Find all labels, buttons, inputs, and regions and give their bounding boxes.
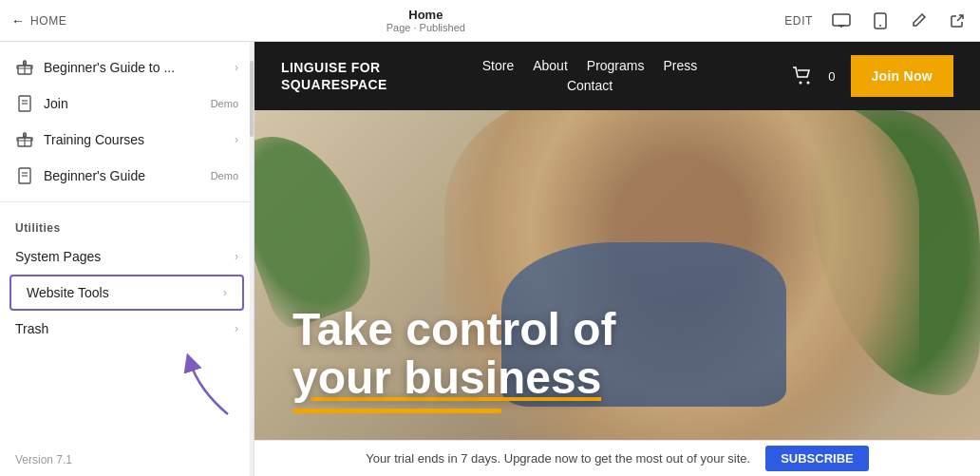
gift-icon-1 xyxy=(15,58,34,77)
sidebar-item-system-pages-label: System Pages xyxy=(15,249,235,264)
site-nav-links: Store About Programs Press Contact xyxy=(482,58,698,94)
page-status: Page · Published xyxy=(386,22,465,33)
page-icon-join xyxy=(15,94,34,113)
sidebar-item-join-badge: Demo xyxy=(211,98,238,109)
top-bar: ← HOME Home Page · Published EDIT xyxy=(0,0,980,42)
sidebar-inner: Beginner's Guide to ... › Join Demo Trai… xyxy=(0,42,254,444)
hero-text: Take control of your business xyxy=(292,306,615,402)
mobile-view-button[interactable] xyxy=(870,9,891,33)
scrollbar-track xyxy=(250,42,254,476)
svg-rect-0 xyxy=(833,14,850,26)
chevron-right-icon-5: › xyxy=(235,322,238,335)
site-nav-links-row-2: Contact xyxy=(567,77,612,94)
version-label: Version 7.1 xyxy=(15,453,72,466)
sidebar-item-trash-label: Trash xyxy=(15,321,235,336)
top-bar-center: Home Page · Published xyxy=(386,8,465,33)
sidebar-divider-1 xyxy=(0,201,254,202)
sidebar-item-trash[interactable]: Trash › xyxy=(0,313,254,345)
subscribe-button[interactable]: SUBSCRIBE xyxy=(765,446,869,471)
utilities-label: Utilities xyxy=(15,221,238,235)
site-nav-right: 0 Join Now xyxy=(792,55,953,97)
back-arrow-icon[interactable]: ← xyxy=(11,13,25,29)
cart-count: 0 xyxy=(828,69,835,84)
sidebar: Beginner's Guide to ... › Join Demo Trai… xyxy=(0,42,254,476)
chevron-right-icon-3: › xyxy=(235,250,238,263)
chevron-right-icon: › xyxy=(235,61,238,74)
sidebar-item-label: Beginner's Guide to ... xyxy=(44,60,235,75)
nav-link-programs[interactable]: Programs xyxy=(587,58,645,73)
sidebar-item-website-tools-label: Website Tools xyxy=(27,285,223,300)
top-bar-left: ← HOME xyxy=(11,13,66,29)
nav-link-store[interactable]: Store xyxy=(482,58,514,73)
svg-point-4 xyxy=(879,25,881,27)
cart-icon[interactable] xyxy=(792,67,813,86)
main-layout: Beginner's Guide to ... › Join Demo Trai… xyxy=(0,42,980,476)
desktop-view-button[interactable] xyxy=(828,10,855,32)
svg-point-14 xyxy=(807,82,810,85)
gift-icon-2 xyxy=(15,130,34,149)
edit-label[interactable]: EDIT xyxy=(784,14,813,28)
trial-text: Your trial ends in 7 days. Upgrade now t… xyxy=(366,451,750,466)
external-link-button[interactable] xyxy=(946,10,969,32)
utilities-section: Utilities xyxy=(0,210,254,240)
home-label[interactable]: HOME xyxy=(30,14,66,28)
sidebar-item-bg2-label: Beginner's Guide xyxy=(44,168,205,183)
join-now-button[interactable]: Join Now xyxy=(851,55,953,97)
hero-text-line2: your business xyxy=(292,354,615,402)
preview-pane: LINGUISE FOR SQUARESPACE Store About Pro… xyxy=(254,42,980,476)
chevron-right-icon-2: › xyxy=(235,133,238,146)
nav-link-press[interactable]: Press xyxy=(663,58,697,73)
site-nav: LINGUISE FOR SQUARESPACE Store About Pro… xyxy=(254,42,980,110)
sidebar-item-training-label: Training Courses xyxy=(44,132,235,147)
website-preview: LINGUISE FOR SQUARESPACE Store About Pro… xyxy=(254,42,980,476)
sidebar-item-training-courses[interactable]: Training Courses › xyxy=(0,122,254,158)
trial-bar: Your trial ends in 7 days. Upgrade now t… xyxy=(254,440,980,476)
sidebar-footer: Version 7.1 xyxy=(0,444,254,476)
scrollbar-thumb[interactable] xyxy=(250,61,254,137)
nav-link-about[interactable]: About xyxy=(533,58,568,73)
edit-mode-button[interactable] xyxy=(906,9,931,33)
page-title: Home xyxy=(408,8,443,22)
sidebar-item-join[interactable]: Join Demo xyxy=(0,86,254,122)
sidebar-item-bg2-badge: Demo xyxy=(211,170,238,181)
hero-underline-bar xyxy=(292,409,501,413)
sidebar-item-system-pages[interactable]: System Pages › xyxy=(0,240,254,273)
hero-text-line1: Take control of xyxy=(292,306,615,353)
site-hero: Take control of your business xyxy=(254,110,980,440)
site-nav-links-row-1: Store About Programs Press xyxy=(482,58,698,73)
chevron-right-icon-4: › xyxy=(223,286,227,299)
nav-link-contact[interactable]: Contact xyxy=(567,78,612,93)
svg-point-13 xyxy=(800,82,802,85)
sidebar-item-beginners-guide-1[interactable]: Beginner's Guide to ... › xyxy=(0,49,254,86)
sidebar-item-join-label: Join xyxy=(44,96,205,111)
sidebar-item-beginners-guide-2[interactable]: Beginner's Guide Demo xyxy=(0,158,254,194)
page-icon-2 xyxy=(15,166,34,185)
site-logo: LINGUISE FOR SQUARESPACE xyxy=(281,59,387,93)
sidebar-item-website-tools[interactable]: Website Tools › xyxy=(9,275,244,311)
top-bar-right: EDIT xyxy=(784,9,969,33)
